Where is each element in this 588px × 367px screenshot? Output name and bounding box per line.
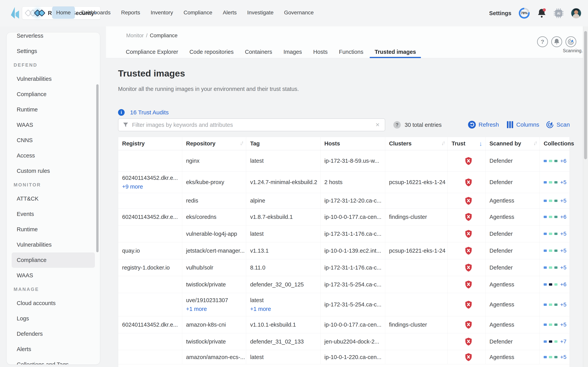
collections-more-link[interactable]: +5 [560,231,566,237]
tab-containers[interactable]: Containers [240,46,277,58]
product-selector-diamonds-icon [25,9,46,17]
column-header-clusters[interactable]: Clusters↓↑ [385,137,448,150]
notifications-bell-icon[interactable] [537,8,546,18]
table-row[interactable]: 602401143452.dkr.e...amazon-k8s-cniv1.10… [118,316,570,333]
column-header-repository[interactable]: Repository↓↑ [182,137,246,150]
help-button[interactable]: ? [537,36,548,47]
collections-more-link[interactable]: +6 [560,158,566,164]
progress-ring[interactable]: 78% [519,8,530,19]
sidebar-item-serverless[interactable]: Serverless [12,32,95,43]
table-row[interactable]: twistlock/privatedefender_32_00_125ip-17… [118,276,570,293]
cell-hosts: ip-172-31-8-59.us-w... [324,158,379,164]
column-header-collections[interactable]: Collections [540,137,570,150]
sidebar-item-cloud-accounts[interactable]: Cloud accounts [12,296,95,311]
sidebar-item-settings[interactable]: Settings [12,43,95,59]
nav-item-inventory[interactable]: Inventory [147,6,177,19]
scan-status-button[interactable] [565,36,576,47]
table-row[interactable]: quay.iojetstack/cert-manager...v1.13.1ip… [118,242,570,259]
collections-more-link[interactable]: +5 [560,354,566,360]
collections-more-link[interactable]: +5 [560,179,566,185]
sidebar-item-compliance[interactable]: Compliance [12,252,95,268]
nav-item-reports[interactable]: Reports [117,6,144,19]
collections-more-link[interactable]: +7 [560,338,566,345]
collection-swatch-teal [554,160,557,162]
cell-collections: +5 [540,172,570,193]
nav-item-alerts[interactable]: Alerts [219,6,241,19]
refresh-button[interactable]: Refresh [468,121,499,129]
clear-search-icon[interactable]: ✕ [374,122,380,128]
table-row[interactable]: vulnerable-log4j-applatestip-172-31-1-17… [118,225,570,242]
nav-item-home[interactable]: Home [52,6,75,19]
sort-desc-icon[interactable]: ↓ [479,140,482,147]
sidebar-item-custom-rules[interactable]: Custom rules [12,163,95,179]
sidebar-item-vulnerabilities[interactable]: Vulnerabilities [12,237,95,252]
search-bar[interactable]: ✕ [118,118,385,131]
table-row[interactable]: registry-1.docker.iovulhub/solr8.11.0ip-… [118,259,570,276]
column-header-hosts[interactable]: Hosts [320,137,385,150]
nav-item-governance[interactable]: Governance [280,6,318,19]
collections-more-link[interactable]: +6 [560,281,566,288]
columns-button[interactable]: Columns [507,121,539,129]
tab-trusted-images[interactable]: Trusted images [370,46,421,58]
sidebar-item-runtime[interactable]: Runtime [12,102,95,117]
table-row[interactable]: nginxlatestip-172-31-8-59.us-w...Defende… [118,150,570,172]
sort-icon[interactable]: ↓↑ [240,141,243,146]
page-scrollbar-track[interactable] [583,26,588,367]
sidebar-item-access[interactable]: Access [12,148,95,163]
sidebar-item-att-ck[interactable]: ATT&CK [12,191,95,206]
column-header-trust[interactable]: Trust↓ [448,137,485,150]
tab-functions[interactable]: Functions [334,46,369,58]
collections-more-link[interactable]: +5 [560,301,566,308]
alerts-bell-button[interactable] [551,36,562,47]
sort-icon[interactable]: ↓↑ [441,141,444,146]
collections-more-link[interactable]: +5 [560,248,566,254]
sidebar-item-cnns[interactable]: CNNS [12,133,95,148]
table-row[interactable]: twistlock/privatedefender_31_02_133jen-u… [118,333,570,350]
search-input[interactable] [132,122,374,128]
sidebar-item-compliance[interactable]: Compliance [12,87,95,102]
collections-more-link[interactable]: +5 [560,322,566,328]
collection-swatch-blue [544,303,547,306]
sidebar-item-waas[interactable]: WAAS [12,117,95,133]
sidebar-item-collections-and-tags[interactable]: Collections and Tags [12,357,95,365]
table-row[interactable]: redisalpineip-172-31-12-20.ca-c...Agentl… [118,193,570,209]
table-row[interactable]: amazon/amazon-ecs-...latestip-10-0-1-220… [118,350,570,364]
tab-compliance-explorer[interactable]: Compliance Explorer [121,46,183,58]
table-row[interactable]: 602401143452.dkr.e...+9 moreeks/kube-pro… [118,172,570,193]
tab-images[interactable]: Images [278,46,307,58]
more-link[interactable]: +1 more [186,306,207,312]
collections-more-link[interactable]: +6 [560,214,566,220]
trust-audits-link[interactable]: 16 Trust Audits [130,109,169,116]
tab-code-repositories[interactable]: Code repositories [184,46,239,58]
sidebar-item-waas[interactable]: WAAS [12,268,95,283]
sidebar-item-runtime[interactable]: Runtime [12,222,95,237]
sidebar-item-defenders[interactable]: Defenders [12,326,95,342]
column-header-tag[interactable]: Tag [246,137,320,150]
nav-item-investigate[interactable]: Investigate [243,6,277,19]
user-avatar[interactable] [571,8,581,18]
more-link[interactable]: +1 more [250,306,271,312]
more-link[interactable]: +9 more [122,184,143,190]
tab-hosts[interactable]: Hosts [308,46,333,58]
sidebar-item-vulnerabilities[interactable]: Vulnerabilities [12,71,95,87]
sidebar-item-events[interactable]: Events [12,206,95,222]
sidebar-item-logs[interactable]: Logs [12,311,95,326]
column-header-registry[interactable]: Registry [118,137,182,150]
page-scrollbar-thumb[interactable] [584,31,587,159]
breadcrumb-parent[interactable]: Monitor [126,33,144,39]
table-row[interactable]: 602401143452.dkr.e...eks/corednsv1.8.7-e… [118,209,570,225]
sort-icon[interactable]: ↓↑ [534,141,536,146]
nav-item-dashboards[interactable]: Dashboards [77,6,115,19]
table-row[interactable]: uve/1910231307+1 morelatest+1 moreip-172… [118,293,570,316]
sidebar-item-alerts[interactable]: Alerts [12,342,95,357]
collections-more-link[interactable]: +5 [560,198,566,204]
column-header-scanned-by[interactable]: Scanned by↓↑ [485,137,540,150]
settings-button[interactable]: Settings [489,10,511,17]
collections-more-link[interactable]: +5 [560,265,566,271]
search-help-icon[interactable]: ? [393,121,401,129]
sidebar-scrollbar[interactable] [96,84,99,252]
ai-copilot-icon[interactable]: AI [554,8,563,18]
nav-item-compliance[interactable]: Compliance [180,6,216,19]
scan-button[interactable]: Scan [546,121,570,129]
collection-swatch-teal [554,233,557,235]
